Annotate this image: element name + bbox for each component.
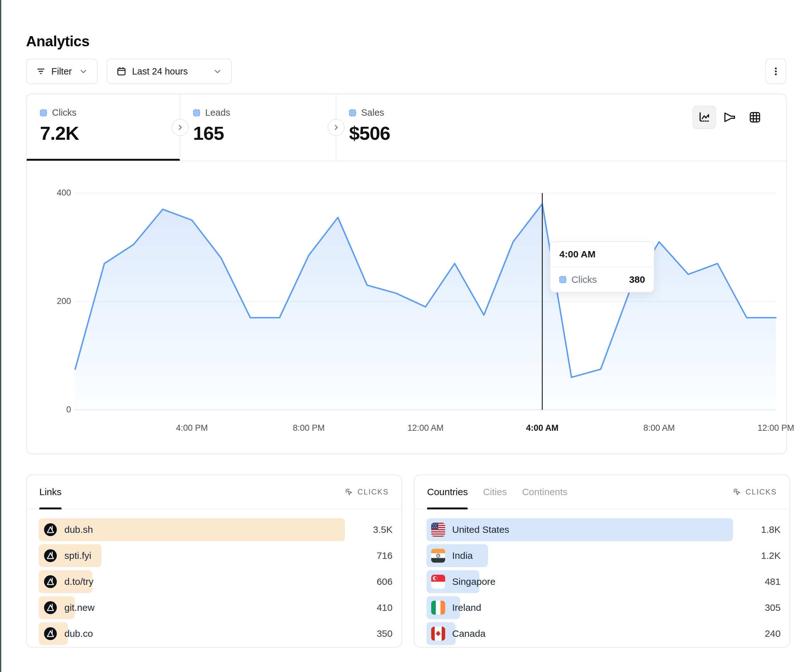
list-item[interactable]: dub.sh3.5K xyxy=(39,518,392,541)
x-axis-label: 4:00 PM xyxy=(176,423,208,433)
link-label: git.new xyxy=(64,602,94,613)
chart-tooltip: 4:00 AM Clicks 380 xyxy=(550,241,654,293)
list-item[interactable]: spti.fyi716 xyxy=(39,544,392,567)
links-panel: Links CLICKS dub.sh3.5Kspti.fyi716d.to/t… xyxy=(26,474,402,648)
clicks-time-series-chart[interactable]: 4:00 AM Clicks 380 02004004:00 PM8:00 PM… xyxy=(27,161,786,454)
y-axis-label: 0 xyxy=(36,405,71,414)
tab-sales[interactable]: Sales $506 xyxy=(336,94,501,161)
chart-view-toggles xyxy=(693,106,767,129)
country-label: Ireland xyxy=(452,602,481,613)
clicks-value: 3.5K xyxy=(345,524,392,535)
expand-leads-button[interactable] xyxy=(328,119,345,136)
leads-value-total: 165 xyxy=(193,122,336,144)
country-label: Singapore xyxy=(452,576,496,587)
chevron-right-icon xyxy=(176,123,184,131)
chevron-down-icon xyxy=(213,67,222,76)
chart-canvas xyxy=(27,161,786,454)
toolbar: Filter Last 24 hours xyxy=(26,59,232,84)
tab-cities[interactable]: Cities xyxy=(483,475,507,509)
clicks-value-total: 7.2K xyxy=(40,122,180,144)
tooltip-value: 380 xyxy=(629,274,645,285)
clicks-value: 305 xyxy=(733,602,781,613)
tab-leads[interactable]: Leads 165 xyxy=(180,94,336,161)
filter-button-label: Filter xyxy=(51,66,72,77)
list-item[interactable]: d.to/try606 xyxy=(39,570,392,593)
line-chart-icon xyxy=(697,110,711,124)
us-flag-icon xyxy=(431,523,445,537)
links-metric-selector[interactable]: CLICKS xyxy=(344,487,389,497)
list-item[interactable]: Canada240 xyxy=(426,622,781,645)
funnel-chart-view-button[interactable] xyxy=(718,106,741,129)
country-label: United States xyxy=(452,524,509,535)
metric-label: CLICKS xyxy=(357,488,389,496)
tooltip-series-label: Clicks xyxy=(571,274,597,285)
chevron-down-icon xyxy=(78,67,88,76)
clicks-value: 481 xyxy=(733,576,781,587)
stat-label: Clicks xyxy=(52,107,77,118)
date-range-button[interactable]: Last 24 hours xyxy=(107,59,232,84)
clicks-legend-swatch xyxy=(40,109,47,116)
geo-metric-selector[interactable]: CLICKS xyxy=(732,487,777,497)
in-flag-icon xyxy=(431,549,445,563)
tooltip-time: 4:00 AM xyxy=(551,242,654,267)
tab-clicks[interactable]: Clicks 7.2K xyxy=(27,94,180,161)
filter-button[interactable]: Filter xyxy=(26,59,98,84)
dub-logo-icon xyxy=(43,523,57,537)
clicks-value: 606 xyxy=(345,576,392,587)
ca-flag-icon xyxy=(431,627,445,641)
metric-label: CLICKS xyxy=(745,488,777,496)
cursor-click-icon xyxy=(732,487,742,497)
link-label: dub.co xyxy=(64,628,93,639)
dub-logo-icon xyxy=(43,575,57,588)
page-title: Analytics xyxy=(26,32,89,50)
y-axis-label: 200 xyxy=(36,297,71,306)
list-item[interactable]: git.new410 xyxy=(39,596,392,619)
window-edge xyxy=(0,0,1,672)
expand-clicks-button[interactable] xyxy=(172,119,189,136)
tab-continents[interactable]: Continents xyxy=(522,475,567,509)
dub-logo-icon xyxy=(43,601,57,615)
cursor-click-icon xyxy=(344,487,353,497)
clicks-value: 410 xyxy=(345,602,392,613)
stat-label: Sales xyxy=(361,107,384,118)
ie-flag-icon xyxy=(431,601,445,615)
table-grid-icon xyxy=(748,110,762,124)
stat-label: Leads xyxy=(205,107,230,118)
clicks-legend-swatch xyxy=(559,276,566,283)
list-item[interactable]: Ireland305 xyxy=(426,596,781,619)
kebab-menu-icon xyxy=(771,66,781,77)
list-item[interactable]: Singapore481 xyxy=(426,570,781,593)
geo-panel: Countries Cities Continents CLICKS Unite… xyxy=(414,474,790,648)
country-label: India xyxy=(452,550,473,561)
leads-legend-swatch xyxy=(193,109,200,116)
link-label: spti.fyi xyxy=(64,550,91,561)
dub-logo-icon xyxy=(43,627,57,641)
list-item[interactable]: dub.co350 xyxy=(39,622,392,645)
clicks-value: 1.8K xyxy=(733,524,781,535)
calendar-icon xyxy=(116,66,127,77)
tab-links[interactable]: Links xyxy=(39,475,61,509)
stats-tabs-row: Clicks 7.2K Leads 165 Sales $506 xyxy=(27,94,786,161)
active-tab-underline xyxy=(27,159,180,161)
list-item[interactable]: India1.2K xyxy=(426,544,781,567)
clicks-value: 716 xyxy=(345,550,392,561)
analytics-card: Clicks 7.2K Leads 165 Sales $506 xyxy=(26,94,787,454)
filter-icon xyxy=(36,66,46,77)
country-label: Canada xyxy=(452,628,485,639)
funnel-chart-icon xyxy=(723,110,737,124)
link-label: d.to/try xyxy=(64,576,94,587)
date-range-label: Last 24 hours xyxy=(132,66,188,77)
tab-countries[interactable]: Countries xyxy=(427,475,467,509)
clicks-value: 1.2K xyxy=(733,550,781,561)
table-view-button[interactable] xyxy=(743,106,767,129)
x-axis-label: 12:00 PM xyxy=(757,423,794,433)
y-axis-label: 400 xyxy=(36,188,71,198)
list-item[interactable]: United States1.8K xyxy=(426,518,781,541)
more-menu-button[interactable] xyxy=(765,59,786,84)
x-axis-label: 8:00 PM xyxy=(293,423,325,433)
line-chart-view-button[interactable] xyxy=(693,106,716,129)
x-axis-label: 8:00 AM xyxy=(643,423,675,433)
chevron-right-icon xyxy=(332,123,340,131)
clicks-value: 350 xyxy=(345,628,392,639)
x-axis-label: 4:00 AM xyxy=(526,423,559,433)
